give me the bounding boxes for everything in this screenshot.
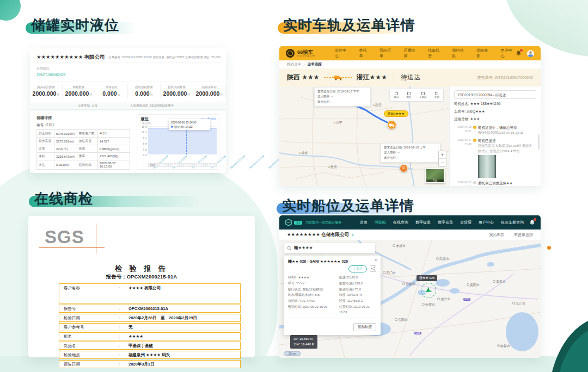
satellite-label: 卫星 [426, 179, 444, 182]
brush-handle[interactable] [150, 164, 155, 166]
x-tick: 2020-08-26 12:04:00 [230, 155, 249, 173]
breadcrumb-separator: > [303, 63, 305, 66]
nav-menu-item[interactable]: 保险服务 [476, 48, 491, 59]
breadcrumb-current: 运单追踪 [308, 62, 322, 67]
delivery-marker[interactable]: 卸 [400, 164, 408, 172]
timeline-content: 委托单已调度至陕★★ [478, 181, 536, 186]
timeline-track [471, 181, 478, 186]
report-row-value: 福建泉州 ★★★★ 码头 [128, 352, 240, 358]
ship-search-box[interactable]: 赣★★★★ [284, 243, 375, 253]
report-row-value: 2020年2月28日 至 2020年2月29日 [128, 315, 240, 321]
stat-item: 商检数量 2000.000吨 [63, 84, 95, 98]
tooltip-line: 离开围栏: -- [317, 100, 367, 104]
tooltip-line: 要求送达日期: 2019-09-18 上午 [384, 145, 437, 150]
report-row-colon: : [111, 362, 128, 367]
stat-value: 2000.000吨 [193, 90, 225, 97]
nav-menu-item[interactable]: 监控中心 [335, 48, 350, 59]
composite-screenshot: 储罐实时液位 实时车轨及运单详情 在线商检 实时船位及运单详情 ★★★★★★★★… [0, 0, 588, 372]
table-value: 2020-08-27 16:15:00 [97, 160, 130, 170]
field-left: 目的港: YUE YANG [288, 298, 339, 304]
user-avatar[interactable] [527, 50, 534, 57]
nav-menu-item[interactable]: 运费结算 [404, 48, 419, 59]
report-row-label: 检验日期 [59, 315, 111, 321]
control-icon [407, 92, 411, 95]
timeline-title: 委托单已调度至陕★★ [478, 181, 536, 186]
tank-detail-table: 安全容积 5375.031(m³) 存货客户数 4(个) 最大高度 5375.0… [36, 129, 130, 170]
ship-track-button[interactable]: 船舶轨迹 [353, 323, 376, 331]
tooltip-line: 进入围栏: -- [384, 150, 437, 155]
nav-menu-item[interactable]: 疫区车船查询 [501, 220, 524, 225]
nav-menu-item[interactable]: 我的运单 [379, 48, 394, 59]
nav-menu-item[interactable]: 找车找货 [428, 48, 443, 59]
scrollbar[interactable] [538, 134, 540, 150]
stat-item: 授权消后数量 2000.000吨 [161, 84, 193, 98]
bell-icon[interactable] [516, 50, 522, 57]
batch-number-link[interactable]: ZHNT1980980025 [36, 73, 65, 77]
nav-menu-item[interactable]: 委托单 [359, 48, 370, 59]
ship-map-label[interactable]: 赣★★ 026 [416, 275, 437, 281]
city-label: 天门市 [383, 271, 396, 276]
nav-menu-item[interactable]: 金贷通 [460, 220, 471, 225]
city-label: 武汉市 [436, 257, 449, 262]
table-key: 密度 [77, 145, 97, 153]
city-label: 黄冈市 [467, 283, 480, 288]
nav-menu-item[interactable]: 用户中心 [500, 48, 515, 59]
chart-brush[interactable] [148, 163, 217, 167]
table-row: 安全容积 5375.031(m³) 存货客户数 4(个) [37, 130, 130, 138]
field-left: MMSI: ★★★★ [288, 275, 339, 281]
control-icon [395, 92, 398, 95]
inspection-report-panel: SGS 检 验 报 告 报告号：OPCXM2000215-01A 客户名称 : … [28, 216, 255, 357]
truck-map[interactable]: 西安汉中成都重庆武汉 要求提货日期: 2019-09-17 下午进入围栏: --… [279, 86, 449, 186]
nav-menu-item[interactable]: 数字提单 [415, 220, 431, 225]
timeline-desc: 预计到达时间2019-09-18 13:35 [478, 131, 536, 135]
proof-photo[interactable] [478, 155, 496, 178]
platform-logo[interactable]: 演示 为您提供一站式贴心服务 [285, 219, 341, 226]
satellite-view-toggle[interactable]: 卫星 [425, 168, 445, 183]
truck-navbar: 66快车 LIULIUKUAICHE 监控中心委托单我的运单运费结算找车找货预约… [279, 46, 541, 60]
nav-menu-item[interactable]: 在线查询 [393, 220, 408, 225]
close-icon[interactable]: × [375, 257, 377, 263]
header-link[interactable]: 我的库存 [489, 232, 504, 238]
chart-plot-area [148, 126, 217, 154]
nav-menu-item[interactable]: 数字仓单 [438, 220, 453, 225]
header-link[interactable]: 车提单追踪 [514, 232, 533, 238]
company-selector[interactable]: ★★★★★★★★ 仓储有限公司 [287, 232, 349, 238]
nav-menu-item[interactable]: 用户中心 [479, 220, 494, 225]
zoom-in-button[interactable]: + [439, 151, 446, 159]
ship-map[interactable]: 武汉市孝感市黄冈市黄石市天门市仙桃市赤壁市咸宁市岳阳市常德市张家界市九江市南昌市… [279, 240, 541, 358]
chevron-down-icon[interactable]: ∨ [351, 233, 354, 237]
nav-menu-item[interactable]: 驾驶舱 [375, 220, 386, 225]
bell-icon[interactable] [529, 219, 535, 226]
breadcrumb-parent[interactable]: 我的运单 [287, 62, 301, 67]
zoom-out-button[interactable]: − [439, 159, 446, 166]
navbar-right [516, 50, 534, 57]
nav-menu-item[interactable]: 预约排队 [452, 48, 467, 59]
report-row: 船名 : ★★★★ [59, 332, 241, 340]
truck-route-icon [324, 75, 352, 80]
timeline-title: 司机送货中，请耐心等待 [478, 125, 536, 131]
field-right: 经度: 113°56.8′ E [339, 298, 376, 304]
logo-name: 66快车 [297, 49, 315, 55]
map-control-button[interactable]: 路况 [394, 92, 399, 98]
map-control-button[interactable]: 测距 [407, 92, 412, 98]
table-key: 液位高度 [77, 138, 97, 145]
waybill-number: 委托单号: WTD20190917000042 [477, 75, 533, 80]
demo-badge: 演示 [294, 221, 302, 225]
y-tick: 15 m [138, 125, 147, 130]
share-button[interactable] [370, 265, 376, 272]
timeline-item: 2019-09-1714:11 委托单已调度至陕★★ [454, 181, 536, 186]
waybill-select[interactable]: YSD20190917000054 - 待送达 [454, 90, 536, 99]
map-control-button[interactable]: 工具箱 [419, 92, 427, 98]
logo-text: 66快车 LIULIUKUAICHE [297, 49, 315, 57]
plate-label[interactable]: 苏BQ★★★ [384, 110, 408, 117]
company-name: ★★★★★★★★★★ 有限公司 [36, 54, 105, 61]
nav-menu-item[interactable]: 首页 [360, 220, 367, 225]
city-label: 赤壁市 [422, 302, 435, 307]
search-query: 赣★★★★ [294, 245, 313, 251]
map-control-button[interactable]: 全屏 [434, 92, 439, 98]
report-row-value: ★★★★ 有限公司 [128, 286, 240, 291]
66kuaiche-logo-icon[interactable] [286, 49, 295, 58]
truck-position-marker[interactable] [387, 120, 396, 129]
ship-position-icon[interactable] [425, 287, 432, 294]
follow-button[interactable]: ＋关注 [348, 265, 367, 272]
